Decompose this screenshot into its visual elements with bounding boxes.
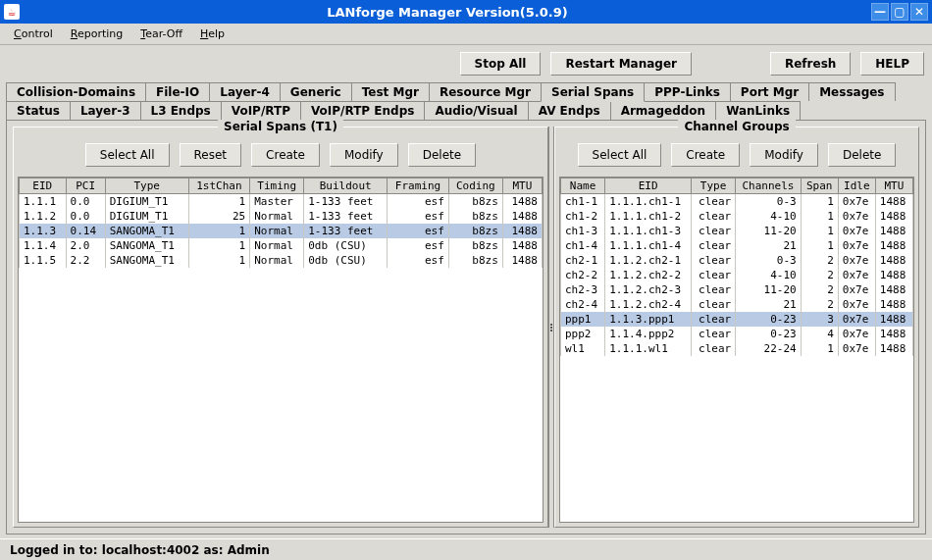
serial-spans-panel: Serial Spans (T1) Select All Reset Creat… <box>13 127 548 528</box>
table-row[interactable]: 1.1.20.0DIGIUM_T125Normal1-133 feetesfb8… <box>20 209 543 224</box>
spans-reset-button[interactable]: Reset <box>180 143 242 167</box>
table-row[interactable]: ch1-11.1.1.ch1-1clear0-310x7e1488 <box>561 194 913 210</box>
tab-port-mgr[interactable]: Port Mgr <box>730 82 809 101</box>
col-idle[interactable]: Idle <box>838 178 875 194</box>
menu-reporting[interactable]: Reporting <box>63 25 130 42</box>
col-channels[interactable]: Channels <box>736 178 802 194</box>
close-button[interactable]: ✕ <box>910 3 928 21</box>
top-action-bar: Stop All Restart Manager Refresh HELP <box>0 45 932 82</box>
tab-collision-domains[interactable]: Collision-Domains <box>6 82 146 101</box>
col-name[interactable]: Name <box>561 178 605 194</box>
tab-voip-rtp[interactable]: VoIP/RTP <box>221 101 301 120</box>
table-row[interactable]: ch2-21.1.2.ch2-2clear4-1020x7e1488 <box>561 268 913 282</box>
tab-layer-4[interactable]: Layer-4 <box>209 82 281 101</box>
menu-bar: Control Reporting Tear-Off Help <box>0 24 932 45</box>
col-timing[interactable]: Timing <box>250 178 304 194</box>
menu-help[interactable]: Help <box>192 25 233 42</box>
tab-file-io[interactable]: File-IO <box>145 82 210 101</box>
spans-delete-button[interactable]: Delete <box>408 143 476 167</box>
col-mtu[interactable]: MTU <box>502 178 542 194</box>
tab-generic[interactable]: Generic <box>280 82 352 101</box>
groups-create-button[interactable]: Create <box>671 143 740 167</box>
serial-spans-table[interactable]: EIDPCIType1stChanTimingBuildoutFramingCo… <box>18 177 544 523</box>
minimize-button[interactable]: — <box>871 3 889 21</box>
table-row[interactable]: 1.1.10.0DIGIUM_T11Master1-133 feetesfb8z… <box>20 194 543 210</box>
table-row[interactable]: 1.1.30.14SANGOMA_T11Normal1-133 feetesfb… <box>20 224 543 238</box>
spans-select-all-button[interactable]: Select All <box>85 143 170 167</box>
table-row[interactable]: ch1-31.1.1.ch1-3clear11-2010x7e1488 <box>561 224 913 238</box>
menu-tearoff[interactable]: Tear-Off <box>132 25 190 42</box>
table-row[interactable]: 1.1.42.0SANGOMA_T11Normal0db (CSU)esfb8z… <box>20 238 543 253</box>
serial-spans-title: Serial Spans (T1) <box>14 120 547 133</box>
tab-l3-endps[interactable]: L3 Endps <box>140 101 222 120</box>
tab-content: Serial Spans (T1) Select All Reset Creat… <box>6 120 926 535</box>
col-mtu[interactable]: MTU <box>875 178 912 194</box>
tab-resource-mgr[interactable]: Resource Mgr <box>429 82 542 101</box>
refresh-button[interactable]: Refresh <box>770 52 851 76</box>
spans-create-button[interactable]: Create <box>251 143 320 167</box>
channel-groups-panel: Channel Groups Select All Create Modify … <box>554 127 919 528</box>
channel-groups-title: Channel Groups <box>555 120 918 133</box>
table-row[interactable]: ch2-41.1.2.ch2-4clear2120x7e1488 <box>561 297 913 312</box>
java-icon: ☕ <box>4 4 20 20</box>
groups-delete-button[interactable]: Delete <box>828 143 896 167</box>
tab-test-mgr[interactable]: Test Mgr <box>351 82 430 101</box>
col-span[interactable]: Span <box>801 178 838 194</box>
tabs: Collision-DomainsFile-IOLayer-4GenericTe… <box>0 82 932 120</box>
table-row[interactable]: ch1-21.1.1.ch1-2clear4-1010x7e1488 <box>561 209 913 224</box>
table-row[interactable]: wl11.1.1.wl1clear22-2410x7e1488 <box>561 341 913 356</box>
col-pci[interactable]: PCI <box>66 178 105 194</box>
col-eid[interactable]: EID <box>605 178 692 194</box>
col-framing[interactable]: Framing <box>388 178 449 194</box>
status-text: Logged in to: localhost:4002 as: Admin <box>10 543 270 557</box>
tab-audio-visual[interactable]: Audio/Visual <box>424 101 528 120</box>
tab-voip-rtp-endps[interactable]: VoIP/RTP Endps <box>300 101 425 120</box>
restart-manager-button[interactable]: Restart Manager <box>550 52 692 76</box>
stop-all-button[interactable]: Stop All <box>460 52 542 76</box>
col-type[interactable]: Type <box>692 178 736 194</box>
channel-groups-table[interactable]: NameEIDTypeChannelsSpanIdleMTUch1-11.1.1… <box>559 177 914 523</box>
tab-ppp-links[interactable]: PPP-Links <box>644 82 731 101</box>
tab-serial-spans[interactable]: Serial Spans <box>541 82 645 102</box>
table-row[interactable]: ch1-41.1.1.ch1-4clear2110x7e1488 <box>561 238 913 253</box>
tab-av-endps[interactable]: AV Endps <box>528 101 611 120</box>
col-type[interactable]: Type <box>105 178 188 194</box>
col-eid[interactable]: EID <box>20 178 67 194</box>
col-buildout[interactable]: Buildout <box>304 178 388 194</box>
table-row[interactable]: ppp11.1.3.ppp1clear0-2330x7e1488 <box>561 312 913 327</box>
maximize-button[interactable]: ▢ <box>891 3 908 21</box>
table-row[interactable]: ppp21.1.4.ppp2clear0-2340x7e1488 <box>561 327 913 341</box>
window-title: LANforge Manager Version(5.0.9) <box>24 5 871 20</box>
tab-layer-3[interactable]: Layer-3 <box>70 101 141 120</box>
spans-modify-button[interactable]: Modify <box>330 143 398 167</box>
tab-messages[interactable]: Messages <box>808 82 895 101</box>
table-row[interactable]: 1.1.52.2SANGOMA_T11Normal0db (CSU)esfb8z… <box>20 253 543 268</box>
window-titlebar: ☕ LANforge Manager Version(5.0.9) — ▢ ✕ <box>0 0 932 24</box>
tab-armageddon[interactable]: Armageddon <box>610 101 717 120</box>
groups-modify-button[interactable]: Modify <box>750 143 818 167</box>
table-row[interactable]: ch2-11.1.2.ch2-1clear0-320x7e1488 <box>561 253 913 268</box>
col-1stchan[interactable]: 1stChan <box>188 178 250 194</box>
groups-select-all-button[interactable]: Select All <box>578 143 662 167</box>
table-row[interactable]: ch2-31.1.2.ch2-3clear11-2020x7e1488 <box>561 282 913 297</box>
menu-control[interactable]: Control <box>6 25 61 42</box>
col-coding[interactable]: Coding <box>448 178 502 194</box>
tab-wanlinks[interactable]: WanLinks <box>715 101 801 120</box>
help-button[interactable]: HELP <box>860 52 924 76</box>
tab-status[interactable]: Status <box>6 101 71 120</box>
status-bar: Logged in to: localhost:4002 as: Admin <box>0 538 932 560</box>
